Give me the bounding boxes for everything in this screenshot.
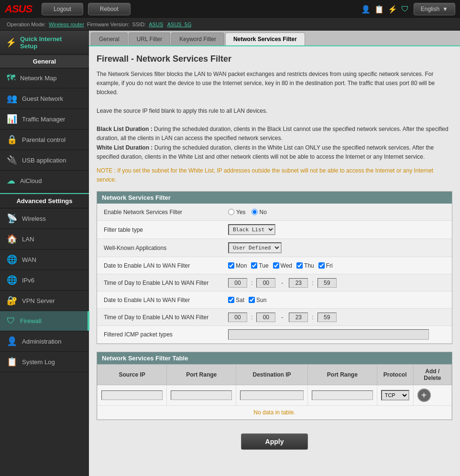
advanced-settings-title: Advanced Settings	[0, 193, 89, 208]
sidebar-item-label: LAN	[22, 236, 34, 243]
tab-network-services-filter[interactable]: Network Services Filter	[225, 32, 305, 45]
tab-general[interactable]: General	[91, 32, 128, 45]
radio-no[interactable]	[252, 209, 258, 215]
guest-network-icon: 👥	[7, 93, 17, 104]
note-block: NOTE : If you set the subnet for the Whi…	[97, 166, 452, 184]
table-type-label: Filter table type	[104, 227, 228, 233]
sidebar-item-label: IPv6	[22, 277, 34, 284]
icmp-label: Filtered ICMP packet types	[104, 331, 228, 338]
sidebar-item-network-map[interactable]: 🗺 Network Map	[0, 68, 89, 88]
weekdays-value: Mon Tue Wed Thu Fri	[228, 262, 445, 269]
no-data-row: No data in table.	[98, 406, 452, 420]
tue-label[interactable]: Tue	[251, 262, 268, 269]
protocol-select[interactable]: TCP UDP BOTH	[381, 390, 409, 400]
whitelist-duration-label: White List Duration :	[97, 144, 153, 151]
apply-bar: Apply	[97, 428, 452, 455]
sidebar-item-firewall[interactable]: 🛡 Firewall	[0, 311, 89, 331]
tab-keyword-filter[interactable]: Keyword Filter	[171, 32, 224, 45]
filter-table: Source IP Port Range Destination IP Port…	[97, 364, 452, 420]
thu-checkbox[interactable]	[296, 262, 303, 269]
sidebar-item-traffic-manager[interactable]: 📊 Traffic Manager	[0, 109, 89, 130]
ssid-2g-link[interactable]: ASUS	[149, 22, 163, 27]
page-title: Firewall - Network Services Filter	[97, 54, 452, 64]
port-range-1-input[interactable]	[171, 390, 232, 400]
thu-label[interactable]: Thu	[296, 262, 314, 269]
sidebar-item-usb-application[interactable]: 🔌 USB application	[0, 150, 89, 171]
sidebar-item-label: Wireless	[22, 215, 46, 222]
language-label: English	[421, 6, 439, 12]
mon-label[interactable]: Mon	[228, 262, 247, 269]
lan-icon: 🏠	[7, 234, 17, 244]
sidebar-item-wan[interactable]: 🌐 WAN	[0, 249, 89, 270]
enable-filter-label: Enable Network Services Filter	[104, 209, 228, 216]
language-button[interactable]: English ▼	[414, 3, 455, 15]
protocol-cell: TCP UDP BOTH	[377, 385, 413, 406]
time-wd-end-m[interactable]	[318, 278, 337, 288]
general-section-title: General	[0, 55, 89, 68]
radio-no-label[interactable]: No	[252, 209, 267, 216]
sidebar-item-vpn-server[interactable]: 🔐 VPN Server	[0, 291, 89, 311]
sidebar-item-wireless[interactable]: 📡 Wireless	[0, 208, 89, 229]
sidebar-item-guest-network[interactable]: 👥 Guest Network	[0, 88, 89, 109]
table-input-row: TCP UDP BOTH +	[98, 385, 452, 406]
destination-ip-input[interactable]	[240, 390, 304, 400]
sidebar-item-label: Network Map	[20, 75, 57, 82]
weekend-value: Sat Sun	[228, 297, 445, 303]
destination-ip-cell	[236, 385, 308, 406]
icmp-input[interactable]	[228, 329, 429, 340]
time-we-end-m[interactable]	[318, 313, 337, 322]
time-we-start-h[interactable]	[228, 313, 247, 322]
enable-filter-value: Yes No	[228, 209, 445, 216]
source-ip-input[interactable]	[101, 390, 163, 400]
wan-icon: 🌐	[7, 254, 17, 265]
sidebar-item-parental-control[interactable]: 🔒 Parental control	[0, 130, 89, 150]
time-we-end-h[interactable]	[289, 313, 308, 322]
well-known-select[interactable]: User Defined HTTP FTP SMTP	[228, 242, 282, 253]
time-we-start-m[interactable]	[256, 313, 275, 322]
usb-icon: ⚡	[388, 5, 397, 14]
sat-checkbox[interactable]	[228, 297, 234, 303]
port-range-2-input[interactable]	[312, 390, 373, 400]
status-bar: Operation Mode: Wireless router Firmware…	[0, 19, 460, 31]
time-wd-end-h[interactable]	[289, 278, 308, 288]
filter-row-icmp: Filtered ICMP packet types	[97, 326, 452, 344]
tab-url-filter[interactable]: URL Filter	[129, 32, 171, 45]
weekday-checkboxes: Mon Tue Wed Thu Fri	[228, 262, 336, 269]
radio-yes-label[interactable]: Yes	[228, 209, 246, 216]
quick-setup-icon: ⚡	[6, 37, 16, 48]
admin-icon: 👤	[7, 336, 17, 346]
tab-bar: General URL Filter Keyword Filter Networ…	[89, 31, 460, 46]
radio-yes[interactable]	[228, 209, 234, 215]
sun-checkbox[interactable]	[249, 297, 255, 303]
add-row-button[interactable]: +	[417, 389, 431, 402]
description-text2: Leave the source IP field blank to apply…	[97, 108, 267, 114]
sun-label[interactable]: Sun	[249, 297, 266, 303]
time-wd-start-m[interactable]	[256, 278, 275, 288]
sidebar-item-system-log[interactable]: 📋 System Log	[0, 352, 89, 372]
quick-internet-setup[interactable]: ⚡ Quick InternetSetup	[0, 31, 89, 55]
reboot-button[interactable]: Reboot	[88, 3, 131, 15]
sidebar-item-label: Administration	[22, 338, 61, 345]
wed-checkbox[interactable]	[273, 262, 279, 269]
operation-mode-label: Operation Mode:	[7, 22, 46, 27]
sidebar-item-lan[interactable]: 🏠 LAN	[0, 229, 89, 249]
tue-checkbox[interactable]	[251, 262, 257, 269]
filter-table-type-select[interactable]: Black List White List	[228, 224, 275, 235]
sidebar-item-aicloud[interactable]: ☁ AiCloud	[0, 171, 89, 191]
time-wd-start-h[interactable]	[228, 278, 247, 288]
port-range-1-cell	[167, 385, 236, 406]
page-content: Firewall - Network Services Filter The N…	[89, 46, 460, 463]
fri-label[interactable]: Fri	[318, 262, 333, 269]
user-icon: 👤	[361, 5, 371, 14]
mon-checkbox[interactable]	[228, 262, 234, 269]
wed-label[interactable]: Wed	[273, 262, 292, 269]
sidebar-item-ipv6[interactable]: 🌐 IPv6	[0, 270, 89, 291]
operation-mode-value[interactable]: Wireless router	[49, 22, 84, 27]
logout-button[interactable]: Logout	[42, 3, 83, 15]
apply-button[interactable]: Apply	[241, 433, 308, 450]
sat-label[interactable]: Sat	[228, 297, 244, 303]
fri-checkbox[interactable]	[318, 262, 325, 269]
col-port-range-2: Port Range	[308, 365, 377, 385]
ssid-5g-link[interactable]: ASUS_5G	[167, 22, 192, 27]
sidebar-item-administration[interactable]: 👤 Administration	[0, 331, 89, 352]
